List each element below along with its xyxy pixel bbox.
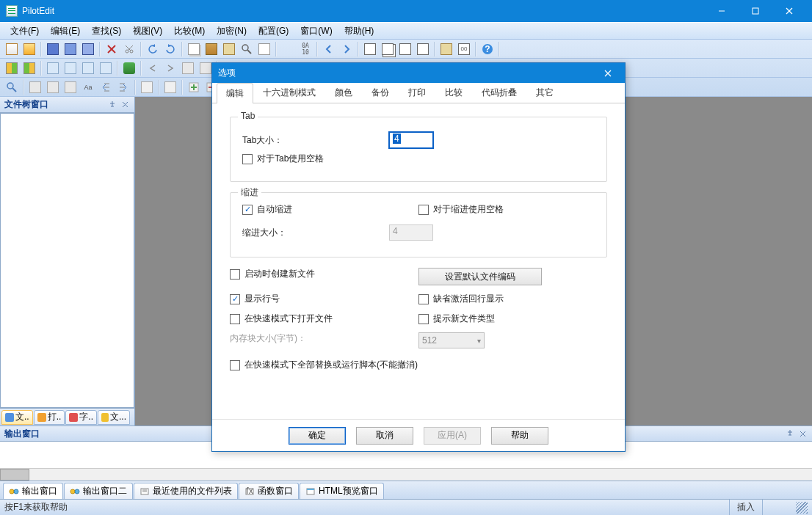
fold-icon[interactable] (162, 79, 178, 95)
dialog-help-button[interactable]: 帮助 (491, 427, 548, 445)
left-tab-1[interactable]: 打.. (34, 410, 65, 425)
ok-button[interactable]: 确定 (289, 427, 346, 445)
create-new-on-start-checkbox[interactable]: 启动时创建新文件 (230, 268, 418, 280)
line-num-icon[interactable]: 00 (456, 41, 472, 57)
sync-r-icon[interactable] (162, 60, 178, 76)
close-button[interactable] (772, 0, 806, 22)
dialog-tab-print[interactable]: 打印 (399, 82, 435, 103)
replace-all-fast-checkbox[interactable]: 在快速模式下全部替换或运行脚本(不能撤消) (230, 359, 607, 371)
search-prev-icon[interactable] (27, 79, 43, 95)
dialog-tab-color[interactable]: 颜色 (325, 82, 362, 103)
use-spaces-for-tab-checkbox[interactable]: 对于Tab使用空格 (242, 153, 324, 165)
help-icon[interactable]: ? (479, 41, 496, 57)
sync-all-icon[interactable] (180, 60, 196, 76)
dialog-tab-compare[interactable]: 比较 (435, 82, 472, 103)
new-file-icon[interactable] (4, 41, 20, 57)
undo-icon[interactable] (145, 41, 161, 57)
window-vsplit-icon[interactable] (415, 41, 431, 57)
replace-icon[interactable] (256, 41, 272, 57)
toggle-icon[interactable] (280, 41, 296, 57)
left-tab-3[interactable]: 文... (98, 410, 130, 425)
output-tab-3[interactable]: fx函数窗口 (239, 483, 299, 499)
window-cascade-icon[interactable] (380, 41, 396, 57)
dialog-tab-backup[interactable]: 备份 (362, 82, 399, 103)
prompt-new-file-type-checkbox[interactable]: 提示新文件类型 (418, 313, 607, 325)
dialog-tab-edit[interactable]: 编辑 (217, 83, 253, 103)
output-tab-0[interactable]: 输出窗口 (3, 483, 63, 499)
use-spaces-for-indent-checkbox[interactable]: 对于缩进使用空格 (418, 203, 595, 216)
search-all-icon[interactable] (62, 79, 79, 95)
save-icon[interactable] (45, 41, 61, 57)
cut-icon[interactable] (121, 41, 137, 57)
output-scrollbar[interactable] (0, 468, 812, 481)
window-hsplit-icon[interactable] (397, 41, 413, 57)
diff-prev-icon[interactable] (45, 60, 61, 76)
dialog-tab-other[interactable]: 其它 (526, 82, 563, 103)
menu-edit[interactable]: 编辑(E) (45, 23, 86, 39)
find-icon[interactable] (239, 41, 255, 57)
paste-icon[interactable] (203, 41, 220, 57)
copy-icon[interactable] (186, 41, 202, 57)
panel-close-icon[interactable] (120, 100, 130, 110)
compare-icon[interactable] (4, 60, 20, 76)
show-line-no-checkbox[interactable]: 显示行号 (230, 293, 418, 305)
cancel-button[interactable]: 取消 (356, 427, 413, 445)
menu-config[interactable]: 配置(G) (253, 23, 294, 39)
save-as-icon[interactable] (80, 41, 96, 57)
resize-grip-icon[interactable] (796, 502, 808, 514)
add-icon[interactable] (186, 79, 202, 95)
tab-size-input[interactable]: 4 (389, 132, 433, 148)
window-tile-icon[interactable] (362, 41, 378, 57)
minimize-button[interactable] (705, 0, 739, 22)
file-tree-body[interactable] (0, 113, 134, 408)
dialog-close-button[interactable] (597, 63, 619, 83)
delete-icon[interactable] (104, 41, 120, 57)
indent-l-icon[interactable] (98, 79, 114, 95)
hex-icon[interactable]: 0A10 (297, 41, 313, 57)
checkbox-icon (230, 360, 240, 370)
bookmark-icon[interactable] (139, 79, 155, 95)
menu-window[interactable]: 窗口(W) (294, 23, 338, 39)
left-tab-0[interactable]: 文.. (1, 410, 33, 425)
indent-r-icon[interactable] (115, 79, 131, 95)
clipboard-icon[interactable] (221, 41, 237, 57)
output-close-icon[interactable] (797, 428, 808, 439)
diff-next-icon[interactable] (62, 60, 79, 76)
apply-button[interactable]: 应用(A) (424, 427, 481, 445)
indent-size-input[interactable]: 4 (389, 224, 433, 241)
pin-icon[interactable] (107, 100, 117, 110)
menu-find[interactable]: 查找(S) (86, 23, 127, 39)
output-tab-2[interactable]: 最近使用的文件列表 (134, 483, 238, 499)
sync-l-icon[interactable] (145, 60, 161, 76)
menu-encrypt[interactable]: 加密(N) (211, 23, 253, 39)
open-folder-icon[interactable] (21, 41, 37, 57)
open-fast-mode-checkbox[interactable]: 在快速模式下打开文件 (230, 313, 418, 325)
set-default-encoding-button[interactable]: 设置默认文件编码 (418, 268, 542, 285)
dialog-tab-fold[interactable]: 代码折叠 (472, 82, 526, 103)
nav-fwd-icon[interactable] (338, 41, 355, 57)
menu-compare[interactable]: 比较(M) (168, 23, 211, 39)
output-pin-icon[interactable] (785, 428, 795, 439)
mem-block-combo[interactable]: 512 ▾ (418, 332, 485, 348)
diff-merge-r-icon[interactable] (98, 60, 114, 76)
left-tab-2[interactable]: 字.. (65, 410, 97, 425)
maximize-button[interactable] (739, 0, 772, 22)
settings-icon[interactable] (438, 41, 454, 57)
menu-file[interactable]: 文件(F) (4, 23, 45, 39)
menu-help[interactable]: 帮助(H) (338, 23, 380, 39)
default-wrap-checkbox[interactable]: 缺省激活回行显示 (418, 293, 607, 305)
redo-icon[interactable] (162, 41, 178, 57)
dialog-tab-hex[interactable]: 十六进制模式 (253, 82, 325, 103)
auto-indent-checkbox[interactable]: 自动缩进 (242, 203, 418, 216)
output-tab-1[interactable]: 输出窗口二 (64, 483, 133, 499)
compare-folder-icon[interactable] (21, 60, 37, 76)
save-all-icon[interactable] (62, 41, 79, 57)
refresh-icon[interactable] (121, 60, 137, 76)
menu-view[interactable]: 视图(V) (127, 23, 168, 39)
nav-back-icon[interactable] (321, 41, 337, 57)
diff-merge-l-icon[interactable] (80, 60, 96, 76)
case-icon[interactable]: Aa (80, 79, 96, 95)
search-2-icon[interactable] (4, 79, 20, 95)
output-tab-4[interactable]: HTML预览窗口 (300, 483, 384, 499)
search-next-icon[interactable] (45, 79, 61, 95)
